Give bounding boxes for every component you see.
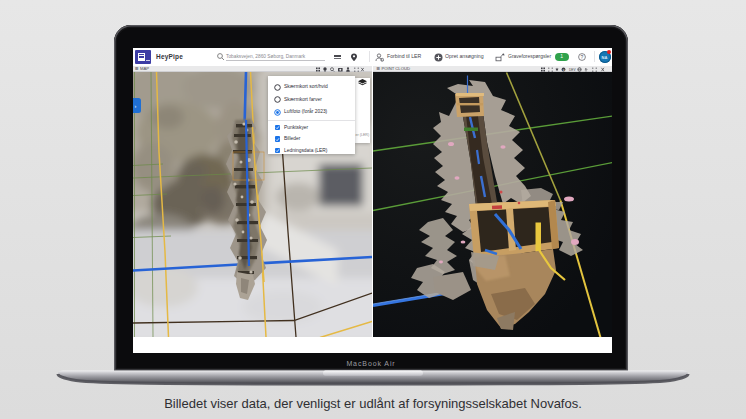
- svg-text:?: ?: [581, 54, 584, 60]
